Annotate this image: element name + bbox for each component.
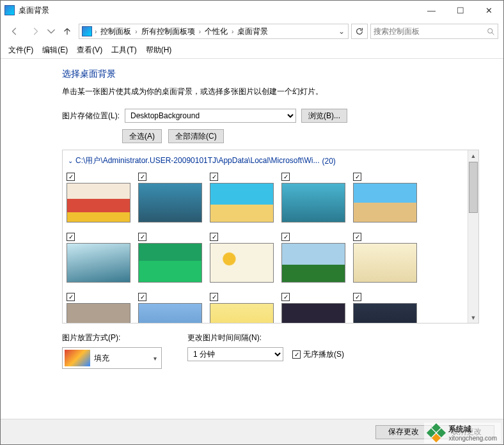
scroll-down-button[interactable]: ▼ <box>468 312 478 323</box>
thumb-image[interactable] <box>281 183 345 222</box>
chevron-right-icon: › <box>232 28 233 35</box>
titlebar: 桌面背景 — ☐ ✕ <box>1 1 503 20</box>
scroll-up-button[interactable]: ▲ <box>468 150 478 161</box>
chevron-right-icon: › <box>199 28 201 35</box>
location-select[interactable]: DesktopBackground <box>125 109 296 123</box>
thumb-checkbox[interactable]: ✓ <box>210 173 218 181</box>
svg-point-0 <box>488 28 492 33</box>
watermark-logo-icon <box>428 425 445 441</box>
forward-button[interactable] <box>26 22 44 40</box>
close-button[interactable]: ✕ <box>475 1 503 19</box>
nav-bar: › 控制面板 › 所有控制面板项 › 个性化 › 桌面背景 ⌄ 搜索控制面板 <box>1 20 503 43</box>
thumb-checkbox[interactable]: ✓ <box>138 293 146 301</box>
thumb-checkbox[interactable]: ✓ <box>67 233 75 241</box>
thumb-image[interactable] <box>353 243 417 283</box>
thumb-image[interactable] <box>353 303 417 323</box>
interval-label: 更改图片时间间隔(N): <box>187 332 344 343</box>
breadcrumb-item[interactable]: 个性化 <box>202 25 230 38</box>
breadcrumb-icon <box>82 26 92 36</box>
thumb-image[interactable] <box>67 183 130 222</box>
divider <box>1 58 503 59</box>
thumb-image[interactable] <box>281 243 345 283</box>
recent-dropdown[interactable] <box>47 22 56 40</box>
breadcrumb-item[interactable]: 桌面背景 <box>235 25 271 38</box>
thumb-image[interactable] <box>281 303 345 323</box>
breadcrumb-item[interactable]: 所有控制面板项 <box>139 25 198 38</box>
fit-select[interactable]: 填充 ▾ <box>62 347 162 369</box>
breadcrumb-item[interactable]: 控制面板 <box>98 25 134 38</box>
wallpaper-thumb[interactable]: ✓ <box>281 230 345 283</box>
chevron-right-icon: › <box>135 28 137 35</box>
wallpaper-thumb[interactable]: ✓ <box>138 230 202 283</box>
wallpaper-thumb[interactable]: ✓ <box>353 170 417 222</box>
wallpaper-thumb[interactable]: ✓ <box>67 290 130 323</box>
scroll-track[interactable] <box>468 214 478 312</box>
refresh-button[interactable] <box>351 24 368 39</box>
control-panel-window: 桌面背景 — ☐ ✕ › 控制面板 › 所有控制面板项 › 个性化 <box>0 0 504 445</box>
page-description: 单击某一张图片使其成为你的桌面背景，或选择多张图片以创建一个幻灯片。 <box>62 86 479 97</box>
interval-select[interactable]: 1 分钟 <box>187 347 283 361</box>
back-button[interactable] <box>6 22 24 40</box>
search-input[interactable]: 搜索控制面板 <box>370 24 498 39</box>
scroll-thumb[interactable] <box>469 162 478 213</box>
watermark: 系统城 xitongcheng.com <box>424 423 501 443</box>
clear-all-button[interactable]: 全部清除(C) <box>168 129 224 143</box>
select-all-button[interactable]: 全选(A) <box>122 129 162 143</box>
wallpaper-thumb[interactable]: ✓ <box>210 290 274 323</box>
menu-edit[interactable]: 编辑(E) <box>38 43 72 57</box>
menu-view[interactable]: 查看(V) <box>73 43 106 57</box>
scrollbar[interactable]: ▲ ▼ <box>468 150 478 323</box>
thumb-checkbox[interactable]: ✓ <box>353 293 361 301</box>
thumb-image[interactable] <box>138 243 202 283</box>
wallpaper-thumb[interactable]: ✓ <box>138 170 202 222</box>
wallpaper-thumb[interactable]: ✓ <box>353 290 417 323</box>
thumb-checkbox[interactable]: ✓ <box>281 233 290 241</box>
menu-help[interactable]: 帮助(H) <box>142 43 176 57</box>
thumb-image[interactable] <box>138 303 202 323</box>
wallpaper-thumb[interactable]: ✓ <box>67 170 130 222</box>
thumb-image[interactable] <box>210 183 274 222</box>
thumb-checkbox[interactable]: ✓ <box>353 173 361 181</box>
thumb-checkbox[interactable]: ✓ <box>281 293 290 301</box>
shuffle-checkbox[interactable]: ✓ 无序播放(S) <box>292 349 344 360</box>
minimize-button[interactable]: — <box>417 1 446 19</box>
window-controls: — ☐ ✕ <box>417 1 503 19</box>
thumb-image[interactable] <box>67 243 130 283</box>
group-header[interactable]: ⌄ C:\用户\Administrator.USER-20090101TJ\Ap… <box>67 154 464 170</box>
thumb-image[interactable] <box>67 303 130 323</box>
thumb-checkbox[interactable]: ✓ <box>353 233 361 241</box>
wallpaper-thumb[interactable]: ✓ <box>353 230 417 283</box>
up-button[interactable] <box>58 22 76 40</box>
save-button[interactable]: 保存更改 <box>375 425 432 439</box>
fit-value: 填充 <box>94 353 109 364</box>
watermark-url: xitongcheng.com <box>448 435 497 442</box>
menu-tools[interactable]: 工具(T) <box>107 43 140 57</box>
thumb-checkbox[interactable]: ✓ <box>138 173 146 181</box>
thumb-image[interactable] <box>210 243 274 283</box>
wallpaper-thumb[interactable]: ✓ <box>67 230 130 283</box>
thumb-image[interactable] <box>353 183 417 222</box>
wallpaper-thumb[interactable]: ✓ <box>281 290 345 323</box>
wallpaper-thumb[interactable]: ✓ <box>281 170 345 222</box>
wallpaper-thumb[interactable]: ✓ <box>138 290 202 323</box>
wallpaper-thumb[interactable]: ✓ <box>210 230 274 283</box>
thumb-checkbox[interactable]: ✓ <box>138 233 146 241</box>
maximize-button[interactable]: ☐ <box>446 1 475 19</box>
menu-bar: 文件(F) 编辑(E) 查看(V) 工具(T) 帮助(H) <box>1 43 503 57</box>
chevron-down-icon: ⌄ <box>68 157 73 164</box>
browse-button[interactable]: 浏览(B)... <box>301 109 347 123</box>
thumb-checkbox[interactable]: ✓ <box>67 293 75 301</box>
svg-line-1 <box>492 33 494 35</box>
fit-preview-icon <box>65 350 90 366</box>
thumb-image[interactable] <box>138 183 202 222</box>
menu-file[interactable]: 文件(F) <box>4 43 37 57</box>
thumb-checkbox[interactable]: ✓ <box>210 293 218 301</box>
thumb-checkbox[interactable]: ✓ <box>67 173 75 181</box>
thumb-image[interactable] <box>210 303 274 323</box>
thumb-checkbox[interactable]: ✓ <box>210 233 218 241</box>
thumb-checkbox[interactable]: ✓ <box>281 173 290 181</box>
breadcrumb-dropdown[interactable]: ⌄ <box>336 27 347 36</box>
wallpaper-thumb[interactable]: ✓ <box>210 170 274 222</box>
checkbox-icon: ✓ <box>292 350 301 359</box>
breadcrumb[interactable]: › 控制面板 › 所有控制面板项 › 个性化 › 桌面背景 ⌄ <box>79 24 349 39</box>
